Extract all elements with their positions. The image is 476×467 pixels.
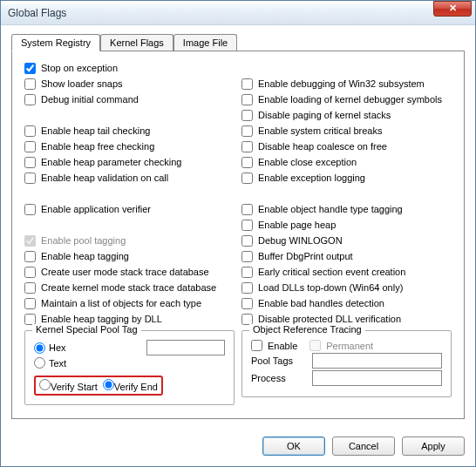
chk-ort-permanent: Permanent bbox=[309, 340, 373, 351]
chk-user-stack[interactable]: Create user mode stack trace database bbox=[24, 264, 235, 280]
ok-button[interactable]: OK bbox=[262, 437, 325, 456]
chk-obj-type-box[interactable] bbox=[241, 204, 253, 215]
chk-coalesce-box[interactable] bbox=[241, 141, 253, 152]
chk-label: Enable bbox=[268, 341, 297, 351]
chk-page-heap-box[interactable] bbox=[241, 220, 253, 231]
chk-kernel-stack-box[interactable] bbox=[24, 282, 36, 294]
chk-label: Load DLLs top-down (Win64 only) bbox=[258, 282, 403, 293]
chk-label: Show loader snaps bbox=[41, 78, 123, 89]
global-flags-window: Global Flags ✕ System Registry Kernel Fl… bbox=[0, 0, 476, 467]
left-column: Stop on exception Show loader snaps Debu… bbox=[24, 60, 235, 405]
client-area: System Registry Kernel Flags Image File … bbox=[1, 25, 475, 428]
chk-close-exc[interactable]: Enable close exception bbox=[241, 154, 452, 170]
chk-show-loader[interactable]: Show loader snaps bbox=[24, 76, 235, 91]
cancel-button[interactable]: Cancel bbox=[332, 437, 395, 456]
chk-dbg-win32-box[interactable] bbox=[241, 78, 253, 90]
close-button[interactable]: ✕ bbox=[433, 1, 472, 17]
chk-dbgprint[interactable]: Buffer DbgPrint output bbox=[241, 248, 452, 264]
radio-hex-input[interactable] bbox=[34, 342, 45, 354]
tab-kernel-flags[interactable]: Kernel Flags bbox=[100, 34, 173, 51]
window-title: Global Flags bbox=[8, 7, 472, 19]
apply-button[interactable]: Apply bbox=[402, 437, 465, 456]
chk-heap-tagging[interactable]: Enable heap tagging bbox=[24, 248, 235, 264]
chk-heap-param-box[interactable] bbox=[24, 157, 36, 168]
chk-topdown-box[interactable] bbox=[241, 282, 253, 294]
chk-label: Enable heap tagging bbox=[41, 251, 129, 261]
chk-stop-exception[interactable]: Stop on exception bbox=[24, 60, 235, 76]
radio-verify-end[interactable]: Verify End bbox=[103, 379, 158, 392]
chk-label: Enable exception logging bbox=[258, 173, 365, 183]
chk-topdown[interactable]: Load DLLs top-down (Win64 only) bbox=[241, 280, 452, 295]
chk-label: Stop on exception bbox=[41, 63, 118, 73]
chk-debug-init-box[interactable] bbox=[24, 94, 36, 105]
chk-show-loader-box[interactable] bbox=[24, 78, 36, 90]
chk-winlogon[interactable]: Debug WINLOGON bbox=[241, 233, 452, 248]
chk-label: Enable object handle type tagging bbox=[258, 204, 403, 214]
chk-disable-paging-box[interactable] bbox=[241, 110, 253, 121]
chk-prot-dll-box[interactable] bbox=[241, 314, 253, 325]
radio-text[interactable]: Text bbox=[34, 357, 66, 369]
ort-pooltags-input[interactable] bbox=[312, 353, 442, 369]
kspt-value-input[interactable] bbox=[146, 340, 225, 355]
radio-text-input[interactable] bbox=[34, 357, 45, 369]
tab-label: Image File bbox=[183, 37, 228, 48]
chk-app-verifier[interactable]: Enable application verifier bbox=[24, 201, 235, 217]
chk-heap-tagging-box[interactable] bbox=[24, 251, 36, 262]
chk-obj-list[interactable]: Maintain a list of objects for each type bbox=[24, 295, 235, 311]
chk-heap-free-box[interactable] bbox=[24, 141, 36, 152]
chk-bad-handles[interactable]: Enable bad handles detection bbox=[241, 295, 452, 311]
chk-heap-valid[interactable]: Enable heap validation on call bbox=[24, 170, 235, 186]
radio-verify-start-input[interactable] bbox=[39, 379, 51, 390]
chk-early-crit-box[interactable] bbox=[241, 267, 253, 278]
chk-obj-list-box[interactable] bbox=[24, 298, 36, 309]
tab-system-registry[interactable]: System Registry bbox=[11, 34, 100, 51]
chk-ort-enable[interactable]: Enable bbox=[251, 340, 297, 351]
chk-coalesce[interactable]: Disable heap coalesce on free bbox=[241, 139, 452, 154]
chk-winlogon-box[interactable] bbox=[241, 235, 253, 247]
kspt-hex-row: Hex bbox=[34, 340, 225, 355]
radio-hex[interactable]: Hex bbox=[34, 342, 66, 354]
chk-heap-valid-box[interactable] bbox=[24, 173, 36, 184]
radio-verify-end-input[interactable] bbox=[103, 379, 114, 390]
chk-label: Buffer DbgPrint output bbox=[258, 251, 353, 261]
chk-ort-enable-box[interactable] bbox=[251, 340, 262, 351]
chk-label: Enable heap tagging by DLL bbox=[41, 314, 162, 324]
chk-kernel-stack[interactable]: Create kernel mode stack trace database bbox=[24, 280, 235, 295]
chk-heap-tail[interactable]: Enable heap tail checking bbox=[24, 123, 235, 139]
chk-close-exc-box[interactable] bbox=[241, 157, 253, 168]
chk-disable-paging[interactable]: Disable paging of kernel stacks bbox=[241, 107, 452, 123]
chk-label: Enable heap tail checking bbox=[41, 125, 150, 136]
ort-process-label: Process bbox=[251, 373, 307, 383]
chk-dbg-win32[interactable]: Enable debugging of Win32 subsystem bbox=[241, 76, 452, 91]
chk-dbg-symbols[interactable]: Enable loading of kernel debugger symbol… bbox=[241, 91, 452, 107]
chk-page-heap[interactable]: Enable page heap bbox=[241, 217, 452, 233]
chk-early-crit[interactable]: Early critical section event creation bbox=[241, 264, 452, 280]
chk-label: Disable paging of kernel stacks bbox=[258, 110, 391, 120]
chk-pool-tagging: Enable pool tagging bbox=[24, 233, 235, 248]
chk-heap-tail-box[interactable] bbox=[24, 125, 36, 137]
chk-heap-param[interactable]: Enable heap parameter checking bbox=[24, 154, 235, 170]
chk-label: Create user mode stack trace database bbox=[41, 267, 209, 277]
ort-process-input[interactable] bbox=[312, 370, 442, 386]
radio-verify-start[interactable]: Verify Start bbox=[39, 379, 98, 392]
chk-exc-log[interactable]: Enable exception logging bbox=[241, 170, 452, 186]
chk-user-stack-box[interactable] bbox=[24, 267, 36, 278]
chk-crit-breaks-box[interactable] bbox=[241, 125, 253, 137]
titlebar: Global Flags ✕ bbox=[1, 1, 475, 25]
chk-heap-dll-box[interactable] bbox=[24, 314, 36, 325]
chk-label: Enable heap parameter checking bbox=[41, 157, 181, 167]
chk-debug-init[interactable]: Debug initial command bbox=[24, 91, 235, 107]
group-object-reference-tracing: Object Reference Tracing Enable Permanen… bbox=[241, 330, 452, 397]
chk-crit-breaks[interactable]: Enable system critical breaks bbox=[241, 123, 452, 139]
ort-pooltags-label: Pool Tags bbox=[251, 355, 307, 366]
chk-heap-free[interactable]: Enable heap free checking bbox=[24, 139, 235, 154]
chk-stop-exception-box[interactable] bbox=[24, 63, 36, 74]
chk-bad-handles-box[interactable] bbox=[241, 298, 253, 309]
chk-dbgprint-box[interactable] bbox=[241, 251, 253, 262]
chk-label: Create kernel mode stack trace database bbox=[41, 282, 216, 293]
chk-exc-log-box[interactable] bbox=[241, 173, 253, 184]
chk-obj-type[interactable]: Enable object handle type tagging bbox=[241, 201, 452, 217]
chk-dbg-symbols-box[interactable] bbox=[241, 94, 253, 105]
chk-app-verifier-box[interactable] bbox=[24, 204, 36, 215]
tab-image-file[interactable]: Image File bbox=[173, 34, 237, 51]
